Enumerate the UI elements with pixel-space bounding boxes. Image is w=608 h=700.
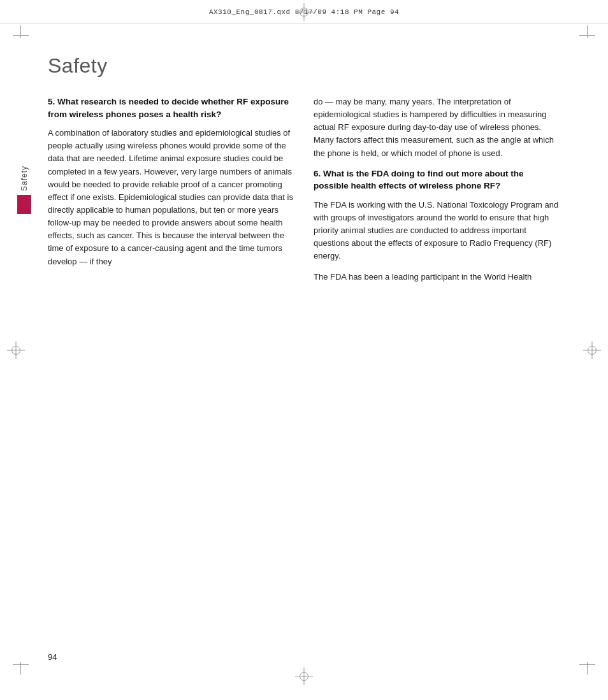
trim-top-right-v (587, 25, 588, 38)
reg-mark-bottom-center (300, 672, 308, 681)
left-heading: 5. What research is needed to decide whe… (48, 96, 294, 120)
right-body1: do — may be many, many years. The interp… (314, 96, 560, 160)
trim-bottom-right-v (587, 662, 588, 675)
left-body: A combination of laboratory studies and … (48, 127, 294, 268)
trim-bottom-left-v (20, 662, 21, 675)
right-column: do — may be many, many years. The interp… (314, 96, 560, 291)
left-column: 5. What research is needed to decide whe… (48, 96, 294, 291)
right-body2: The FDA is working with the U.S. Nationa… (314, 199, 560, 263)
sidebar-red-block (17, 195, 31, 214)
reg-mark-left (11, 346, 20, 355)
reg-mark-top-center (300, 8, 308, 17)
content-area: Safety Safety 5. What research is needed… (48, 38, 560, 662)
trim-top-left-v (20, 25, 21, 38)
page-container: AX310_Eng_0817.qxd 8/17/09 4:18 PM Page … (0, 0, 608, 700)
sidebar-label-text: Safety (20, 166, 29, 191)
right-body3: The FDA has been a leading participant i… (314, 271, 560, 283)
page-number: 94 (48, 652, 57, 662)
reg-mark-right (588, 346, 597, 355)
sidebar-label-container: Safety (17, 166, 31, 214)
page-title: Safety (48, 54, 560, 78)
right-heading2: 6. What is the FDA doing to find out mor… (314, 168, 560, 192)
two-column-layout: 5. What research is needed to decide whe… (48, 96, 560, 291)
